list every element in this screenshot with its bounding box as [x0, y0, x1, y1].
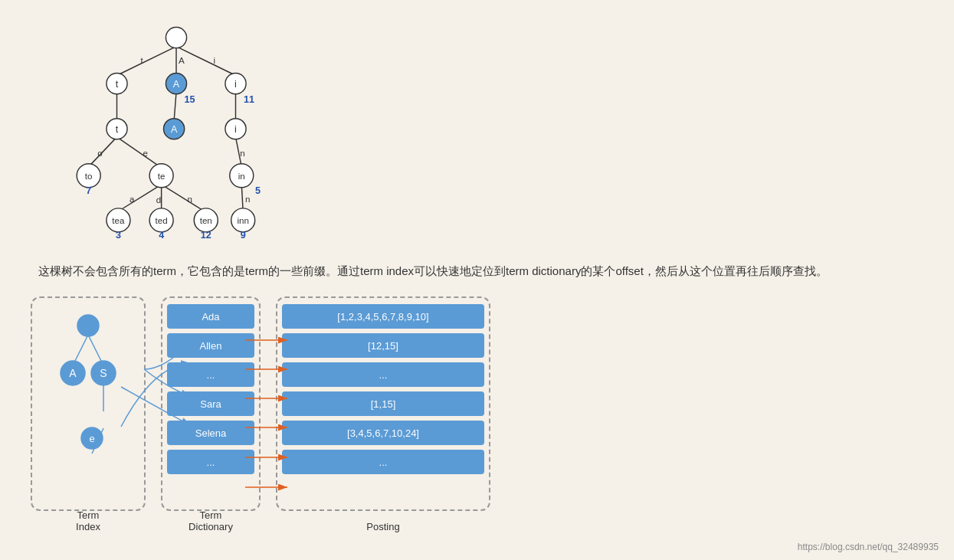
svg-line-4: [174, 93, 176, 121]
description-text: 这棵树不会包含所有的term，它包含的是term的一些前缀。通过term ind…: [31, 260, 923, 281]
term-dict-label: TermDictionary: [189, 509, 233, 532]
svg-line-0: [118, 47, 176, 75]
page-container: t A i o e n a d n n t A: [0, 0, 954, 557]
svg-text:i: i: [213, 55, 215, 65]
trie-mini-svg: A S e: [42, 312, 134, 496]
svg-text:tea: tea: [112, 215, 125, 225]
svg-line-6: [89, 137, 117, 167]
diagram-container: A S e TermIndex Ada Allen ... Sara: [31, 296, 490, 511]
posting-row-1: [1,2,3,4,5,6,7,8,9,10]: [282, 304, 484, 329]
svg-text:e: e: [89, 433, 94, 444]
svg-text:4: 4: [159, 230, 164, 241]
svg-line-7: [117, 137, 160, 167]
term-index-box: A S e TermIndex: [31, 296, 146, 511]
posting-row-6: ...: [282, 450, 484, 474]
svg-text:d: d: [156, 195, 161, 205]
svg-text:n: n: [245, 194, 250, 204]
svg-text:S: S: [100, 367, 107, 379]
svg-point-70: [77, 315, 99, 336]
svg-text:n: n: [188, 194, 192, 204]
dict-row-selena: Selena: [167, 421, 254, 445]
posting-row-3: ...: [282, 362, 484, 387]
svg-text:inn: inn: [237, 215, 249, 225]
svg-text:ten: ten: [200, 215, 212, 225]
svg-text:A: A: [69, 367, 77, 379]
svg-text:in: in: [238, 171, 245, 181]
svg-text:a: a: [129, 194, 135, 204]
posting-box: [1,2,3,4,5,6,7,8,9,10] [12,15] ... [1,15…: [276, 296, 490, 511]
dict-row-ada: Ada: [167, 304, 254, 329]
svg-line-11: [162, 185, 205, 211]
dict-row-sara: Sara: [167, 391, 254, 416]
svg-text:12: 12: [201, 230, 211, 241]
posting-row-5: [3,4,5,6,7,10,24]: [282, 421, 484, 445]
posting-row-4: [1,15]: [282, 391, 484, 416]
svg-line-9: [118, 185, 161, 211]
svg-text:t: t: [141, 55, 144, 65]
watermark: https://blog.csdn.net/qq_32489935: [798, 542, 939, 552]
svg-line-2: [176, 47, 234, 75]
svg-text:A: A: [179, 55, 185, 65]
svg-text:A: A: [173, 79, 180, 90]
svg-text:o: o: [97, 148, 102, 158]
svg-point-23: [166, 28, 186, 48]
dict-row-ellipsis2: ...: [167, 450, 254, 474]
svg-text:3: 3: [116, 230, 121, 241]
posting-row-2: [12,15]: [282, 333, 484, 358]
trie-section: t A i o e n a d n n t A: [54, 15, 299, 253]
svg-text:ted: ted: [156, 215, 168, 225]
dict-row-ellipsis1: ...: [167, 362, 254, 387]
svg-text:A: A: [171, 124, 178, 135]
svg-text:te: te: [158, 171, 166, 181]
svg-text:n: n: [240, 148, 244, 158]
svg-text:9: 9: [241, 230, 246, 241]
svg-text:5: 5: [255, 185, 261, 196]
svg-text:to: to: [85, 171, 93, 181]
posting-label: Posting: [366, 521, 399, 532]
svg-text:i: i: [234, 79, 237, 90]
svg-text:t: t: [116, 124, 119, 135]
svg-text:i: i: [234, 124, 237, 135]
svg-text:11: 11: [244, 94, 254, 105]
term-index-label: TermIndex: [76, 509, 100, 532]
svg-text:15: 15: [184, 94, 195, 105]
svg-text:e: e: [143, 148, 147, 158]
svg-line-12: [241, 185, 243, 211]
svg-text:t: t: [116, 79, 119, 90]
term-dict-box: Ada Allen ... Sara Selena ... TermDictio…: [161, 296, 261, 511]
svg-text:7: 7: [86, 185, 91, 196]
dict-row-allen: Allen: [167, 333, 254, 358]
trie-svg: t A i o e n a d n n t A: [54, 15, 299, 253]
diagram-wrapper: A S e TermIndex Ada Allen ... Sara: [31, 296, 923, 542]
